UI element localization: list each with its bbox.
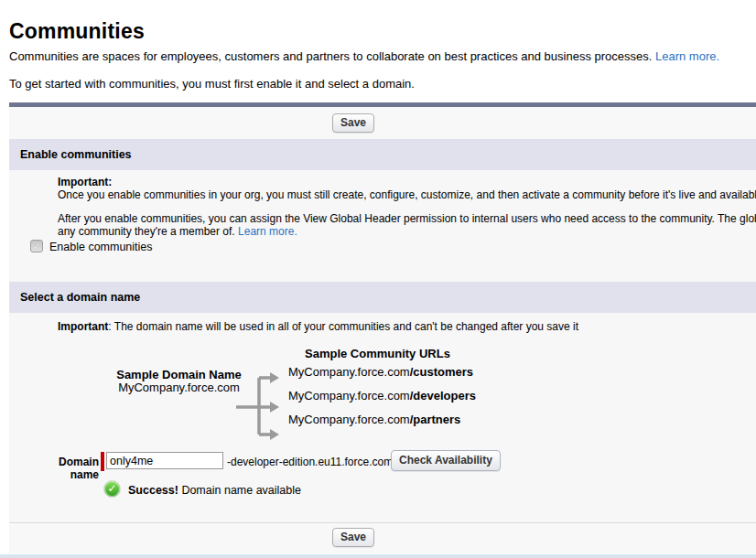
sample-domain-name-label: Sample Domain Name — [108, 369, 250, 381]
domain-name-input[interactable] — [106, 452, 223, 469]
success-check-icon: ✓ — [103, 480, 121, 498]
select-domain-section: Important: The domain name will be used … — [9, 313, 756, 522]
top-button-row: Save — [9, 107, 756, 141]
domain-suffix-text: -developer-edition.eu11.force.com — [227, 456, 393, 468]
domain-name-field-label: Domain name — [27, 456, 99, 481]
learn-more-link-2[interactable]: Learn more. — [238, 225, 297, 238]
section-header-select-domain: Select a domain name — [9, 282, 756, 313]
sample-url-base: MyCompany.force.com — [288, 365, 410, 379]
enable-communities-checkbox[interactable]: ✓ — [30, 240, 43, 252]
domain-important-text: : The domain name will be used in all of… — [108, 320, 578, 333]
enable-communities-section: Important: Once you enable communities i… — [9, 170, 756, 282]
sample-url-base: MyCompany.force.com — [288, 389, 410, 402]
sample-url-customers: MyCompany.force.com/customers — [288, 365, 473, 379]
success-message: Success! Domain name available — [128, 484, 301, 497]
success-detail: Domain name available — [178, 484, 301, 497]
page-description: Communities are spaces for employees, cu… — [9, 49, 719, 63]
sample-url-partners: MyCompany.force.com/partners — [288, 413, 460, 426]
global-header-note-line1: After you enable communities, you can as… — [58, 213, 756, 226]
sample-url-path: /developers — [410, 389, 476, 402]
important-note: Important: Once you enable communities i… — [58, 177, 756, 201]
domain-important-label: Important — [58, 320, 108, 333]
success-label: Success! — [128, 484, 178, 497]
check-availability-button[interactable]: Check Availability — [391, 450, 501, 471]
sample-domain-name-value: MyCompany.force.com — [108, 381, 250, 394]
important-line: Once you enable communities in your org,… — [58, 189, 756, 202]
sample-url-developers: MyCompany.force.com/developers — [288, 389, 476, 402]
global-header-note: After you enable communities, you can as… — [58, 213, 756, 238]
domain-to-urls-arrows-diagram — [233, 370, 288, 457]
sample-domain-name-block: Sample Domain Name MyCompany.force.com — [108, 369, 250, 394]
important-label: Important: — [58, 177, 756, 189]
learn-more-link[interactable]: Learn more. — [655, 49, 719, 63]
page-title: Communities — [9, 19, 145, 44]
sample-url-path: /partners — [410, 413, 461, 426]
get-started-text: To get started with communities, you mus… — [9, 77, 415, 91]
enable-communities-checkbox-label: Enable communities — [49, 241, 153, 253]
checkbox-check-icon: ✓ — [32, 241, 40, 252]
page-description-text: Communities are spaces for employees, cu… — [9, 49, 655, 63]
sample-url-base: MyCompany.force.com — [288, 413, 410, 426]
required-field-indicator — [101, 452, 104, 471]
section-header-enable-communities: Enable communities — [9, 139, 756, 170]
bottom-button-row: Save — [9, 522, 756, 553]
communities-settings-panel: Save Enable communities Important: Once … — [9, 102, 756, 553]
domain-important-note: Important: The domain name will be used … — [58, 321, 578, 334]
save-button-top[interactable]: Save — [332, 113, 374, 133]
global-header-note-line2-text: any community they're a member of. — [58, 225, 238, 238]
global-header-note-line2: any community they're a member of. Learn… — [58, 226, 756, 239]
sample-community-urls-title: Sample Community URLs — [305, 347, 450, 360]
page-bottom-accent-bar — [0, 554, 756, 558]
sample-url-path: /customers — [410, 365, 473, 379]
save-button-bottom[interactable]: Save — [332, 528, 374, 547]
success-check-glyph: ✓ — [107, 482, 116, 495]
